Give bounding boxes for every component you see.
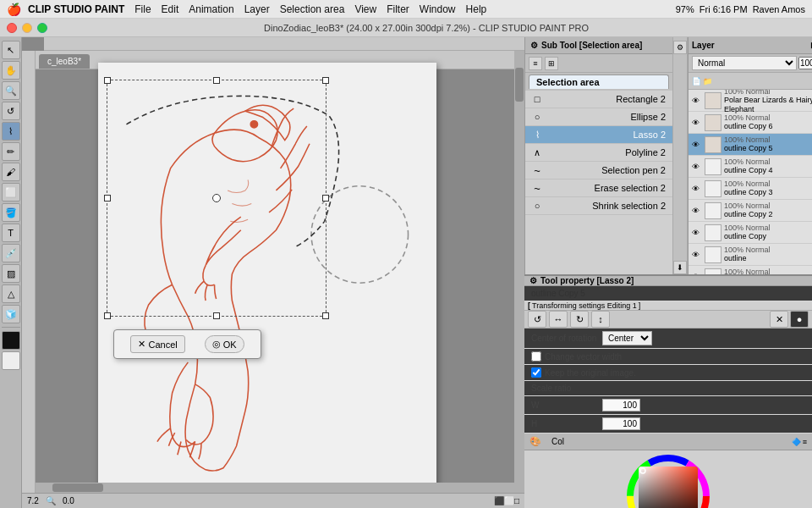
- keep-original-checkbox[interactable]: [531, 367, 541, 378]
- tool-sel-pen[interactable]: ~ Selection pen 2: [525, 162, 672, 179]
- menu-file[interactable]: File: [134, 3, 151, 15]
- tool-erase-sel[interactable]: ~ Erase selection 2: [525, 179, 672, 197]
- shrink-sel-icon: ○: [530, 199, 544, 213]
- menu-selection[interactable]: Selection area: [280, 3, 345, 15]
- layer-eye-7[interactable]: 👁: [692, 251, 702, 259]
- panel-btn-2[interactable]: ⬇: [673, 261, 687, 274]
- blend-mode-select[interactable]: Normal Multiply: [692, 56, 797, 70]
- layer-item-0[interactable]: 👁100% NormalPolar Bear Lizards & Hairy E…: [689, 90, 812, 112]
- layer-eye-5[interactable]: 👁: [692, 207, 702, 215]
- layer-eye-0[interactable]: 👁: [692, 97, 702, 105]
- layer-eye-2[interactable]: 👁: [692, 141, 702, 149]
- tool-text[interactable]: T: [2, 224, 20, 242]
- color-panel: 🎨 Col 🔷 ≡: [524, 433, 812, 508]
- center-rotation-select[interactable]: Center Top-left: [602, 331, 652, 345]
- menu-view[interactable]: View: [354, 3, 376, 15]
- trans-rotate-ccw[interactable]: ↺: [528, 311, 546, 328]
- subtool-icon-btn2[interactable]: ⊞: [545, 57, 558, 70]
- color-icon-1[interactable]: 🔷: [792, 438, 801, 446]
- layer-eye-3[interactable]: 👁: [692, 163, 702, 171]
- layer-item-4[interactable]: 👁100% Normaloutline Copy 3: [689, 178, 812, 200]
- scroll-thumb-h[interactable]: [52, 483, 103, 492]
- trans-apply[interactable]: ●: [790, 311, 809, 328]
- menu-filter[interactable]: Filter: [387, 3, 409, 15]
- color-wheel[interactable]: [626, 454, 710, 508]
- layer-item-7[interactable]: 👁100% Normaloutline: [689, 244, 812, 266]
- canvas-area[interactable]: c_leoB3*: [22, 37, 524, 508]
- trans-cancel[interactable]: ✕: [770, 311, 788, 328]
- zoom-icon[interactable]: 🔍: [46, 496, 56, 505]
- menu-help[interactable]: Help: [466, 3, 487, 15]
- selection-area-tab[interactable]: Selection area: [529, 75, 669, 89]
- tool-brush[interactable]: 🖌: [2, 163, 20, 181]
- layer-item-6[interactable]: 👁100% Normaloutline Copy: [689, 222, 812, 244]
- new-folder-btn[interactable]: 📁: [703, 77, 712, 86]
- opacity-input[interactable]: [798, 57, 812, 69]
- subtool-icon-btn[interactable]: ≡: [529, 57, 542, 70]
- layer-item-2[interactable]: 👁100% Normaloutline Copy 5: [689, 134, 812, 156]
- tool-select[interactable]: ↖: [2, 41, 20, 59]
- tool-eraser[interactable]: ⬜: [2, 183, 20, 202]
- apple-menu[interactable]: 🍎: [7, 3, 21, 16]
- tool-rectangle[interactable]: □ Rectangle 2: [525, 91, 672, 108]
- layer-item-3[interactable]: 👁100% Normaloutline Copy 4: [689, 156, 812, 178]
- subtool-panel: ⚙ Sub Tool [Selection area] ≡ ⊞ Selectio…: [524, 37, 672, 274]
- change-vector-checkbox[interactable]: [531, 351, 541, 362]
- cancel-button[interactable]: ✕ Cancel: [130, 335, 184, 353]
- scale-w-input[interactable]: [602, 399, 640, 411]
- layer-thumb-3: [705, 158, 721, 175]
- layer-name-3: outline Copy 4: [724, 166, 812, 175]
- trans-flip-h[interactable]: ↔: [549, 311, 568, 328]
- layer-eye-1[interactable]: 👁: [692, 119, 702, 127]
- nav-icons: ⬛⬜□: [494, 496, 519, 505]
- tool-shape[interactable]: △: [2, 284, 20, 303]
- layer-item-1[interactable]: 👁100% Normaloutline Copy 6: [689, 112, 812, 134]
- menu-layer[interactable]: Layer: [244, 3, 270, 15]
- ruler-vertical: [22, 51, 36, 508]
- app-name[interactable]: CLIP STUDIO PAINT: [28, 3, 124, 15]
- transform-section-header: [ Transforming settings Editing 1 ]: [524, 301, 812, 311]
- canvas-tab[interactable]: c_leoB3*: [39, 54, 90, 69]
- menu-window[interactable]: Window: [420, 3, 456, 15]
- panel-btn-1[interactable]: ⚙: [673, 41, 687, 54]
- layer-info-4: 100% Normaloutline Copy 3: [724, 179, 812, 197]
- menu-edit[interactable]: Edit: [162, 3, 179, 15]
- ok-button[interactable]: ◎ OK: [205, 335, 244, 353]
- tool-lasso[interactable]: ⌇ Lasso 2: [525, 126, 672, 144]
- layer-name-4: outline Copy 3: [724, 188, 812, 197]
- color-wheel-container[interactable]: [524, 450, 812, 508]
- tool-rotate[interactable]: ↺: [2, 102, 20, 120]
- tool-lasso[interactable]: ⌇: [2, 122, 20, 141]
- tool-fill[interactable]: 🪣: [2, 203, 20, 222]
- new-layer-btn[interactable]: 📄: [692, 77, 701, 86]
- color-tab[interactable]: Col: [546, 435, 569, 448]
- scroll-vertical[interactable]: [514, 51, 524, 493]
- color-fg[interactable]: [2, 331, 20, 350]
- menu-animation[interactable]: Animation: [189, 3, 233, 15]
- tool-zoom[interactable]: 🔍: [2, 81, 20, 100]
- layer-info-0: 100% NormalPolar Bear Lizards & Hairy El…: [724, 90, 812, 113]
- color-icon-2[interactable]: ≡: [803, 438, 807, 446]
- tool-3d[interactable]: 🧊: [2, 305, 20, 323]
- trans-rotate-cw[interactable]: ↻: [570, 311, 589, 328]
- scroll-horizontal[interactable]: [36, 483, 514, 493]
- tool-polyline[interactable]: ∧ Polyline 2: [525, 144, 672, 162]
- tool-eyedrop[interactable]: 💉: [2, 244, 20, 262]
- sketch-content: [98, 63, 436, 494]
- scale-h-input[interactable]: [602, 417, 640, 430]
- scroll-thumb-v[interactable]: [515, 68, 524, 102]
- tool-ellipse[interactable]: ○ Ellipse 2: [525, 108, 672, 126]
- transform-header-end: ]: [639, 301, 641, 310]
- color-panel-header: 🎨 Col 🔷 ≡: [524, 433, 812, 450]
- tool-shrink-sel[interactable]: ○ Shrink selection 2: [525, 197, 672, 215]
- tool-grad[interactable]: ▨: [2, 264, 20, 283]
- layer-item-5[interactable]: 👁100% Normaloutline Copy 2: [689, 200, 812, 222]
- tool-prop-title: Tool property [Lasso 2]: [540, 276, 634, 285]
- tool-move[interactable]: ✋: [2, 61, 20, 80]
- tool-pen[interactable]: ✏: [2, 142, 20, 161]
- trans-flip-v[interactable]: ↕: [591, 311, 610, 328]
- color-bg[interactable]: [2, 351, 20, 370]
- layer-eye-4[interactable]: 👁: [692, 185, 702, 193]
- layer-eye-6[interactable]: 👁: [692, 229, 702, 237]
- layer-item-8[interactable]: 👁100% NormalLayer 7: [689, 266, 812, 274]
